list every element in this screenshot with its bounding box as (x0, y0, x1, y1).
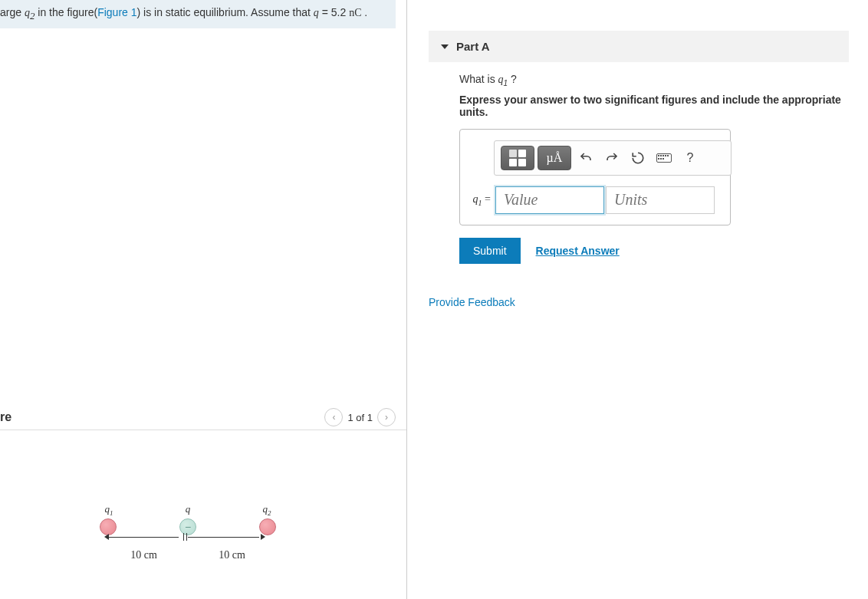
part-title: Part A (456, 40, 490, 53)
answer-lhs: q1 = (469, 193, 491, 207)
charge-q1 (100, 518, 117, 535)
undo-button[interactable] (574, 146, 597, 169)
request-answer-link[interactable]: Request Answer (536, 245, 620, 257)
figure-title: re (0, 410, 12, 424)
collapse-icon (441, 44, 449, 49)
answer-toolbar: µÅ ? (494, 140, 732, 176)
question-text: What is q1 ? (459, 73, 868, 87)
value-input[interactable] (495, 186, 604, 214)
templates-button[interactable] (501, 146, 534, 170)
units-button[interactable]: µÅ (538, 146, 571, 170)
units-input[interactable] (606, 186, 715, 214)
redo-button[interactable] (600, 146, 623, 169)
answer-box: µÅ ? (459, 129, 731, 225)
figure-counter: 1 of 1 (347, 412, 373, 423)
keyboard-button[interactable] (653, 146, 676, 169)
submit-button[interactable]: Submit (459, 238, 521, 264)
figure-next-button[interactable]: › (377, 408, 396, 426)
redo-icon (605, 151, 619, 165)
reset-button[interactable] (626, 146, 649, 169)
figure-diagram: q1 q q2 − 10 cm (0, 430, 406, 599)
help-button[interactable]: ? (679, 146, 702, 169)
provide-feedback-link[interactable]: Provide Feedback (429, 296, 868, 308)
keyboard-icon (656, 153, 672, 163)
problem-statement: arge q2 in the figure(Figure 1) is in st… (0, 0, 396, 28)
templates-icon (509, 150, 526, 166)
charge-q2 (259, 518, 276, 535)
figure-pager: ‹ 1 of 1 › (324, 408, 396, 426)
distance-left: 10 cm (130, 549, 157, 561)
answer-instruction: Express your answer to two significant f… (459, 94, 868, 118)
distance-right: 10 cm (219, 549, 245, 561)
undo-icon (579, 151, 593, 165)
figure-link[interactable]: Figure 1 (97, 6, 136, 18)
reset-icon (631, 151, 645, 165)
part-a-header[interactable]: Part A (429, 31, 849, 62)
charge-q: − (179, 518, 196, 535)
figure-prev-button[interactable]: ‹ (324, 408, 343, 426)
